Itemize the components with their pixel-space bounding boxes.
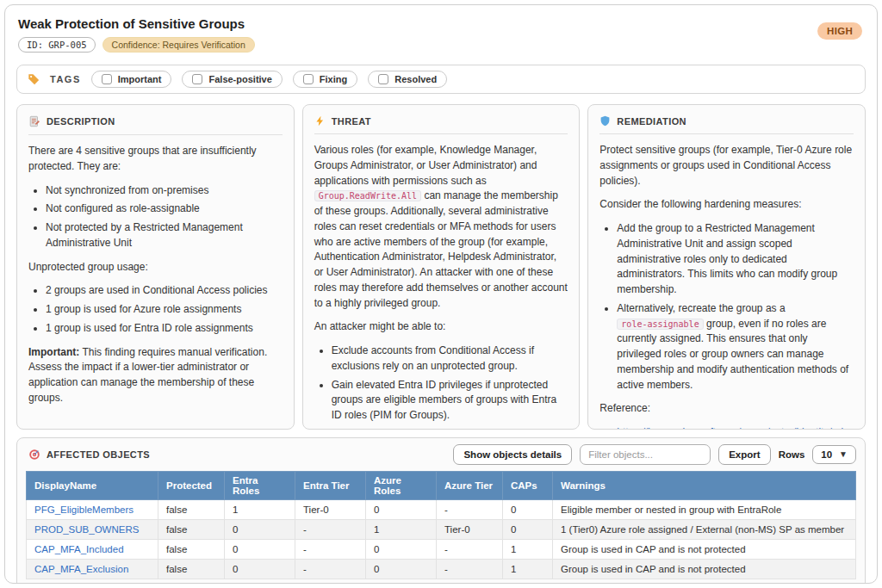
cell-displayname: CAP_MFA_Exclusion: [27, 560, 158, 579]
severity-badge: HIGH: [817, 22, 862, 40]
table-row: PROD_SUB_OWNERS false 0 - 1 Tier-0 0 1 (…: [27, 520, 856, 540]
list-item: Obtain elevated privileges on Azure reso…: [332, 427, 568, 430]
list-item: Add the group to a Restricted Management…: [617, 221, 854, 298]
cell-entra-tier: -: [295, 560, 366, 579]
finding-report-page: Weak Protection of Sensitive Groups ID: …: [4, 4, 878, 584]
affected-title: AFFECTED OBJECTS: [47, 449, 150, 460]
cell-entra-roles: 0: [225, 540, 295, 560]
list-item: Not protected by a Restricted Management…: [46, 220, 283, 251]
cell-azure-tier: -: [437, 500, 503, 520]
page-title: Weak Protection of Sensitive Groups: [18, 16, 866, 31]
list-item: Not synchronized from on-premises: [46, 183, 283, 199]
checkbox-icon[interactable]: [378, 74, 388, 84]
threat-text: Various roles (for example, Knowledge Ma…: [314, 144, 537, 187]
tag-label: False-positive: [208, 74, 271, 84]
column-entra-roles: Entra Roles: [225, 472, 295, 500]
description-important-note: Important: This finding requires manual …: [28, 345, 283, 406]
reference-label: Reference:: [599, 401, 854, 417]
table-row: CAP_MFA_Exclusion false 0 - 0 - 1 Group …: [27, 560, 856, 579]
export-button[interactable]: Export: [718, 444, 770, 465]
column-warnings: Warnings: [553, 472, 856, 500]
table-row: CAP_MFA_Included false 0 - 0 - 1 Group i…: [27, 540, 856, 560]
cell-azure-roles: 1: [366, 520, 437, 540]
rows-label: Rows: [779, 449, 805, 460]
list-item: Gain elevated Entra ID privileges if unp…: [332, 378, 568, 424]
cell-entra-tier: Tier-0: [295, 500, 366, 520]
confidence-badge: Confidence: Requires Verification: [102, 37, 255, 53]
list-item: 1 group is used for Entra ID role assign…: [46, 321, 283, 337]
lightning-icon: [314, 115, 326, 127]
tag-fixing[interactable]: Fixing: [293, 71, 357, 88]
cell-azure-tier: -: [437, 540, 503, 560]
object-link[interactable]: CAP_MFA_Exclusion: [34, 564, 128, 574]
remediation-intro: Protect sensitive groups (for example, T…: [599, 143, 854, 189]
tag-important[interactable]: Important: [91, 71, 172, 88]
affected-objects-table: DisplayName Protected Entra Roles Entra …: [26, 471, 856, 579]
cell-azure-tier: -: [437, 560, 503, 579]
column-entra-tier: Entra Tier: [295, 472, 366, 500]
cell-entra-tier: -: [295, 540, 366, 560]
cell-warnings: Eligible member or nested in group with …: [553, 500, 856, 520]
memo-icon: [28, 115, 40, 127]
table-header-row: DisplayName Protected Entra Roles Entra …: [27, 472, 856, 500]
threat-list: Exclude accounts from Conditional Access…: [314, 344, 568, 430]
object-link[interactable]: PFG_EligibleMembers: [34, 504, 134, 515]
description-card: DESCRIPTION There are 4 sensitive groups…: [16, 104, 295, 430]
cell-caps: 0: [503, 520, 553, 540]
reference-link[interactable]: https://learn.microsoft.com/en-us/entra/…: [617, 426, 852, 430]
cell-entra-roles: 0: [225, 560, 295, 579]
checkbox-icon[interactable]: [303, 74, 314, 84]
cell-displayname: PFG_EligibleMembers: [27, 500, 158, 520]
object-link[interactable]: CAP_MFA_Included: [34, 544, 124, 554]
list-item: 1 group is used for Azure role assignmen…: [46, 302, 283, 318]
affected-controls: Show objects details Export Rows 10 ▼: [453, 444, 856, 465]
remediation-header: REMEDIATION: [599, 114, 854, 134]
object-link[interactable]: PROD_SUB_OWNERS: [34, 524, 139, 535]
badge-row: ID: GRP-005 Confidence: Requires Verific…: [18, 37, 866, 53]
list-item: https://learn.microsoft.com/en-us/entra/…: [617, 425, 854, 430]
affected-objects-card: AFFECTED OBJECTS Show objects details Ex…: [16, 437, 866, 584]
target-icon: [28, 449, 40, 461]
affected-title-wrap: AFFECTED OBJECTS: [28, 449, 150, 461]
list-item: Not configured as role-assignable: [46, 201, 283, 217]
rows-per-page-select[interactable]: 10 ▼: [812, 445, 856, 464]
tag-resolved[interactable]: Resolved: [368, 71, 447, 88]
list-item: Exclude accounts from Conditional Access…: [332, 344, 568, 374]
pagination-status: Page 1 of 1 (4 of 4 objects): [26, 579, 856, 584]
tag-icon: [28, 73, 40, 85]
cell-entra-roles: 0: [225, 520, 295, 540]
threat-header: THREAT: [314, 114, 568, 134]
chevron-down-icon: ▼: [839, 450, 848, 459]
remediation-list: Add the group to a Restricted Management…: [599, 221, 854, 393]
checkbox-icon[interactable]: [192, 74, 202, 84]
finding-id-badge: ID: GRP-005: [18, 37, 96, 53]
show-objects-details-button[interactable]: Show objects details: [453, 444, 572, 465]
cell-warnings: Group is used in CAP and is not protecte…: [553, 560, 856, 579]
description-usage-heading: Unprotected group usage:: [28, 260, 283, 275]
remediation-text: Alternatively, recreate the group as a: [617, 302, 785, 314]
affected-toolbar: AFFECTED OBJECTS Show objects details Ex…: [26, 444, 856, 465]
description-header: DESCRIPTION: [28, 114, 283, 135]
threat-paragraph: Various roles (for example, Knowledge Ma…: [314, 143, 568, 311]
filter-objects-input[interactable]: [580, 444, 711, 465]
tag-label: Important: [118, 74, 162, 84]
tag-false-positive[interactable]: False-positive: [182, 71, 282, 88]
tags-bar: TAGS Important False-positive Fixing Res…: [16, 65, 866, 94]
table-row: PFG_EligibleMembers false 1 Tier-0 0 - 0…: [27, 500, 856, 520]
cell-entra-tier: -: [295, 520, 366, 540]
cell-warnings: Group is used in CAP and is not protecte…: [553, 540, 856, 560]
column-displayname: DisplayName: [27, 472, 158, 500]
threat-card: THREAT Various roles (for example, Knowl…: [302, 104, 581, 430]
cell-warnings: 1 (Tier0) Azure role assigned / External…: [553, 520, 856, 540]
description-title: DESCRIPTION: [47, 116, 115, 127]
list-item: 2 groups are used in Conditional Access …: [46, 283, 283, 299]
code-permission: Group.ReadWrite.All: [314, 190, 421, 201]
cell-protected: false: [158, 520, 225, 540]
cell-entra-roles: 1: [225, 500, 295, 520]
cell-protected: false: [158, 500, 225, 520]
threat-title: THREAT: [332, 116, 371, 127]
remediation-title: REMEDIATION: [617, 116, 686, 127]
cell-displayname: PROD_SUB_OWNERS: [27, 520, 158, 540]
checkbox-icon[interactable]: [102, 74, 112, 84]
description-intro: There are 4 sensitive groups that are in…: [28, 144, 283, 175]
